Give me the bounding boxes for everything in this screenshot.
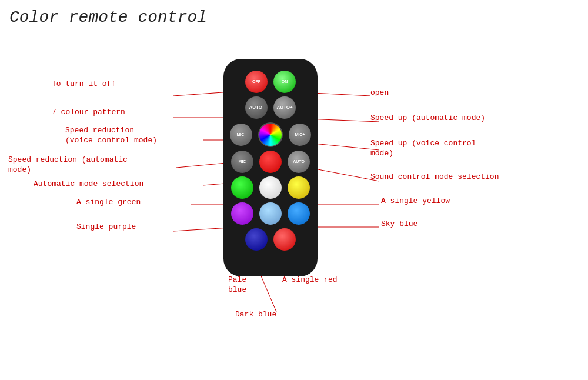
btn-purple[interactable] (231, 202, 253, 225)
btn-row-5 (231, 176, 310, 199)
label-speed-reduction-voice: Speed reduction(voice control mode) (65, 126, 157, 146)
btn-sky-blue[interactable] (288, 202, 310, 225)
label-speed-up-auto: Speed up (automatic mode) (370, 114, 485, 124)
btn-row-3: MIC- MIC+ (230, 122, 311, 147)
btn-single-red[interactable] (273, 228, 296, 251)
label-open: open (370, 88, 389, 98)
label-speed-up-voice: Speed up (voice controlmode) (370, 139, 476, 159)
page-title: Color remote control (9, 8, 207, 26)
btn-red[interactable] (259, 151, 282, 173)
label-pale-blue: Paleblue (228, 275, 246, 295)
btn-on[interactable]: ON (273, 71, 296, 93)
label-seven-colour: 7 colour pattern (52, 108, 125, 118)
btn-mic-plus[interactable]: MIC+ (289, 124, 311, 146)
btn-yellow[interactable] (288, 176, 310, 199)
btn-row-4: MIC AUTO (231, 151, 310, 173)
btn-mic[interactable]: MIC (231, 151, 253, 173)
btn-mic-minus[interactable]: MIC- (230, 124, 252, 146)
btn-row-1: OFF ON (245, 71, 296, 93)
label-sky-blue: Sky blue (381, 219, 417, 229)
label-auto-mode-sel: Automatic mode selection (34, 179, 143, 189)
remote-control: OFF ON AUTO- AUTO+ MIC- MIC+ MIC AUTO (223, 59, 318, 276)
label-single-green: A single green (76, 198, 141, 208)
svg-line-15 (259, 271, 276, 312)
label-to-turn-off: To turn it off (52, 79, 116, 89)
btn-auto-minus[interactable]: AUTO- (245, 96, 268, 119)
btn-pale-blue[interactable] (259, 202, 282, 225)
btn-row-6 (231, 202, 310, 225)
btn-green[interactable] (231, 176, 253, 199)
btn-off[interactable]: OFF (245, 71, 268, 93)
btn-white[interactable] (259, 176, 282, 199)
btn-row-7 (245, 228, 296, 251)
label-sound-control: Sound control mode selection (370, 172, 499, 182)
btn-row-2: AUTO- AUTO+ (245, 96, 296, 119)
btn-color-wheel[interactable] (258, 122, 283, 147)
btn-auto-plus[interactable]: AUTO+ (273, 96, 296, 119)
label-dark-blue: Dark blue (235, 310, 276, 320)
label-speed-reduction-auto: Speed reduction (automaticmode) (8, 155, 128, 175)
btn-dark-blue[interactable] (245, 228, 268, 251)
label-single-yellow: A single yellow (381, 196, 450, 206)
btn-auto[interactable]: AUTO (288, 151, 310, 173)
label-single-red: A single red (282, 275, 338, 285)
label-single-purple: Single purple (76, 222, 136, 232)
